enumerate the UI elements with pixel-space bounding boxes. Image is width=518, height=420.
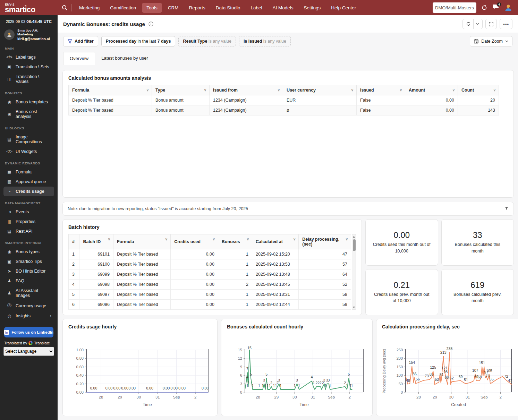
nav-item-crm[interactable]: CRM xyxy=(163,3,183,13)
table-scrollbar[interactable] xyxy=(352,234,356,310)
sidebar-item-bonus-templates[interactable]: ◉Bonus templates xyxy=(3,97,54,107)
notifications-button[interactable]: 4 xyxy=(492,4,499,11)
sidebar-item-label-tags[interactable]: </>Label tags xyxy=(3,52,54,62)
column-header-formula[interactable]: Formula∨ xyxy=(113,234,170,249)
sidebar-item-smartico-tips[interactable]: ▣Smartico Tips xyxy=(3,257,54,266)
nav-item-gamification[interactable]: Gamification xyxy=(105,3,141,13)
table-row[interactable]: Deposit % Tier basedBonus amount1234 (Ca… xyxy=(69,95,499,105)
sidebar-item-bonus-cost-analysis[interactable]: ◉Bonus cost analysis xyxy=(3,107,54,121)
sidebar-item-insights[interactable]: ◎Insights› xyxy=(3,311,54,321)
column-header-calculated-at[interactable]: Calculated at∨ xyxy=(252,234,299,249)
sidebar-item-bo-hints-editor[interactable]: ➤BO Hints Editor xyxy=(3,266,54,276)
svg-text:1: 1 xyxy=(329,384,331,388)
sort-chevron-icon[interactable]: ∨ xyxy=(293,237,296,241)
linkedin-button[interactable]: in Follow us on LinkedIn xyxy=(4,327,53,337)
tab-latest-bonuses-by-user[interactable]: Latest bonuses by user xyxy=(95,52,154,65)
sort-chevron-icon[interactable]: ∨ xyxy=(400,88,402,92)
sidebar-item-currency-usage[interactable]: ⓅCurrency usage xyxy=(3,300,54,311)
sort-chevron-icon[interactable]: ∨ xyxy=(146,88,149,92)
column-header-issued-from[interactable]: Issued from∨ xyxy=(210,85,283,95)
nav-item-settings[interactable]: Settings xyxy=(299,3,325,13)
column-header-delay-processing-sec[interactable]: Delay processing, (sec)∨ xyxy=(299,234,351,249)
column-header-type[interactable]: Type∨ xyxy=(152,85,210,95)
tab-overview[interactable]: Overview xyxy=(63,52,95,65)
nav-item-reports[interactable]: Reports xyxy=(185,3,210,13)
filter-chip-result-type[interactable]: Result Type is any value xyxy=(178,36,236,46)
sidebar-item-faq[interactable]: ♟FAQ xyxy=(3,276,54,286)
sidebar-item-events[interactable]: ⇥Events xyxy=(3,207,54,217)
more-options-button[interactable]: ••• xyxy=(500,19,512,29)
sort-chevron-icon[interactable]: ∨ xyxy=(346,237,348,241)
sidebar-item-ui-widgets[interactable]: </>UI Widgets xyxy=(3,147,54,156)
refresh-split-button[interactable] xyxy=(462,19,483,29)
nav-item-tools[interactable]: Tools xyxy=(142,3,162,13)
note-collapse-icon[interactable] xyxy=(504,206,509,212)
sidebar-item-translation-values[interactable]: ◫Translation \ Values xyxy=(3,72,54,86)
cell-delay-processing-sec: 52 xyxy=(299,280,351,290)
svg-text:0.00: 0.00 xyxy=(128,386,136,390)
column-header-user-currency[interactable]: User currency∨ xyxy=(283,85,357,95)
filter-chip-is-issued[interactable]: Is Issued is any value xyxy=(239,36,291,46)
column-header-formula[interactable]: Formula∨ xyxy=(69,85,152,95)
sidebar-item-ai-assistant-images[interactable]: ♟AI Assistant Images xyxy=(3,286,54,300)
cell-formula: Deposit % Tier based xyxy=(113,280,170,290)
account-selector[interactable]: DMO/Multi-Masters xyxy=(433,2,476,13)
table-row[interactable]: 169101Deposit % Tier based0.0012025-09-0… xyxy=(69,249,351,259)
profile-avatar[interactable] xyxy=(504,3,512,12)
cell-batch-id: 69097 xyxy=(79,290,113,300)
column-header-count[interactable]: Count∨ xyxy=(458,85,499,95)
info-icon[interactable] xyxy=(148,22,153,26)
scrollbar-thumb[interactable] xyxy=(353,239,356,251)
sort-chevron-icon[interactable]: ∨ xyxy=(493,88,496,92)
svg-text:2: 2 xyxy=(194,395,196,399)
sidebar-item-bonus-types[interactable]: ◉Bonus types xyxy=(3,247,54,257)
sidebar-item-formula[interactable]: ▦Formula xyxy=(3,167,54,177)
column-header-bonuses[interactable]: Bonuses∨ xyxy=(218,234,252,249)
nav-item-data-studio[interactable]: Data Studio xyxy=(211,3,245,13)
table-row[interactable]: 369099Deposit % Tier based0.0012025-09-0… xyxy=(69,269,351,280)
column-header-batch-id[interactable]: Batch ID∨ xyxy=(79,234,113,249)
refresh-icon[interactable] xyxy=(481,5,487,11)
table-row[interactable]: 669096Deposit % Tier based0.0012025-09-0… xyxy=(69,300,351,310)
sort-chevron-icon[interactable]: ∨ xyxy=(108,237,110,241)
sort-chevron-icon[interactable]: ∨ xyxy=(351,88,354,92)
cell-credits-used: 0.00 xyxy=(171,269,218,280)
brand-logo[interactable]: ENV-2 smarticoˇ xyxy=(0,3,58,13)
filter-chip-processed-day[interactable]: Processed day in the last 7 days xyxy=(101,36,176,46)
sidebar-item-approval-queue[interactable]: ▦Approval queue xyxy=(3,177,54,187)
add-filter-button[interactable]: Add filter xyxy=(63,36,98,46)
table-row[interactable]: Deposit % Tier basedBonus amount1234 (Ca… xyxy=(69,105,499,115)
nav-item-ai-models[interactable]: AI Models xyxy=(268,3,298,13)
column-header-issued[interactable]: Issued∨ xyxy=(357,85,405,95)
table-row[interactable]: 469098Deposit % Tier based0.0022025-09-0… xyxy=(69,280,351,290)
language-select[interactable]: Select Language xyxy=(3,347,54,356)
nav-item-label[interactable]: Label xyxy=(246,3,266,13)
cell-calculated-at: 2025-09-02 13:31 xyxy=(252,290,299,300)
scroll-down-arrow[interactable] xyxy=(352,305,356,309)
date-zoom-button[interactable]: Date Zoom xyxy=(470,36,512,46)
sort-chevron-icon[interactable]: ∨ xyxy=(452,88,455,92)
sidebar-item-rest-api[interactable]: ▤Rest API xyxy=(3,226,54,236)
sort-chevron-icon[interactable]: ∨ xyxy=(278,88,280,92)
sidebar-item-credits-usage[interactable]: ◔Credits usage xyxy=(3,187,54,196)
fullscreen-button[interactable] xyxy=(485,19,497,29)
sort-chevron-icon[interactable]: ∨ xyxy=(165,237,168,241)
sidebar-user[interactable]: Smartico AM, Marketing kiril.g@smartico.… xyxy=(4,28,53,41)
svg-text:7: 7 xyxy=(246,367,248,371)
column-header-: # xyxy=(69,234,79,249)
column-header-amount[interactable]: Amount∨ xyxy=(405,85,458,95)
nav-item-marketing[interactable]: Marketing xyxy=(75,3,104,13)
sidebar-item-properties[interactable]: |||Properties xyxy=(3,217,54,226)
sort-chevron-icon[interactable]: ∨ xyxy=(204,88,206,92)
sidebar-item-translation-sets[interactable]: ▣Translation \ Sets xyxy=(3,62,54,72)
sort-chevron-icon[interactable]: ∨ xyxy=(247,237,249,241)
search-button[interactable] xyxy=(58,5,71,11)
table-row[interactable]: 269100Deposit % Tier based0.0012025-09-0… xyxy=(69,259,351,269)
table-row[interactable]: 569097Deposit % Tier based0.0012025-09-0… xyxy=(69,290,351,300)
sort-chevron-icon[interactable]: ∨ xyxy=(213,237,215,241)
scroll-up-arrow[interactable] xyxy=(352,234,356,239)
nav-item-help-center[interactable]: Help Center xyxy=(326,3,360,13)
sidebar-item-label: Credits usage xyxy=(16,189,44,194)
column-header-credits-used[interactable]: Credits used∨ xyxy=(171,234,218,249)
sidebar-item-image-compositions[interactable]: ▤Image Compositions xyxy=(3,132,54,147)
